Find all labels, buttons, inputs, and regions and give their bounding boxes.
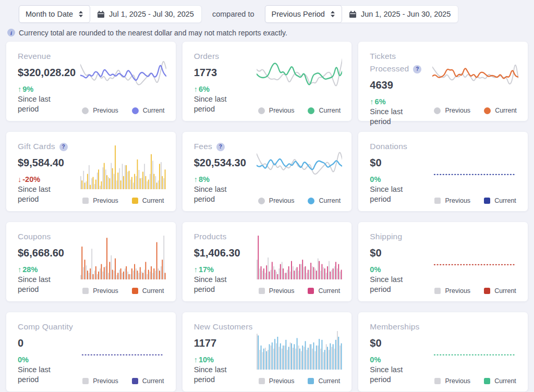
new-customers-sparkline-chart — [257, 324, 343, 370]
card-note: Since last period — [18, 275, 66, 294]
legend-current-swatch — [484, 107, 491, 114]
metric-card-memberships: Memberships$00%Since last periodPrevious… — [358, 312, 528, 391]
help-icon[interactable]: ? — [59, 143, 68, 151]
card-value: $320,028.20 — [18, 67, 80, 79]
legend-current-swatch — [132, 378, 138, 384]
range-dates-value: Jul 1, 2025 - Jul 30, 2025 — [109, 10, 194, 18]
legend-current-label: Current — [494, 377, 516, 385]
legend-previous-swatch — [82, 288, 89, 294]
card-value: 1773 — [194, 67, 257, 79]
card-title: Fees? — [194, 140, 257, 153]
metric-card-comp-quantity: Comp Quantity00%Since last periodPreviou… — [6, 312, 176, 391]
card-note: Since last period — [370, 107, 418, 126]
legend-current-swatch — [484, 288, 490, 294]
date-range-toolbar: Month to Date Jul 1, 2025 - Jul 30, 2025… — [0, 0, 534, 24]
updown-arrows-icon — [330, 10, 335, 18]
metric-card-tickets-processed: Tickets Processed?4639↑6%Since last peri… — [358, 42, 528, 121]
legend-current-swatch — [132, 288, 138, 294]
compared-to-label: compared to — [209, 10, 258, 18]
orders-sparkline-chart — [257, 53, 343, 99]
metrics-grid: Revenue$320,028.20↑9%Since last periodPr… — [0, 38, 534, 391]
legend-previous-swatch — [434, 107, 441, 114]
legend-current-label: Current — [319, 197, 341, 204]
help-icon[interactable]: ? — [413, 65, 421, 74]
metric-card-products: Products$1,406.30↑17%Since last periodPr… — [183, 222, 352, 301]
card-title: Gift Cards? — [18, 140, 80, 153]
legend-previous-label: Previous — [445, 287, 470, 295]
legend-current-label: Current — [142, 197, 164, 204]
card-title: Comp Quantity — [18, 321, 80, 333]
memberships-sparkline-chart — [432, 324, 518, 370]
revenue-sparkline-chart — [80, 53, 166, 99]
compare-range-group: Previous Period Jun 1, 2025 - Jun 30, 20… — [265, 5, 459, 23]
chart-legend: PreviousCurrent — [432, 287, 518, 295]
card-change: ↑8% — [194, 175, 257, 183]
trend-up-icon: ↑ — [194, 175, 198, 183]
card-note: Since last period — [370, 365, 418, 384]
legend-current-swatch — [132, 198, 138, 204]
card-title: Tickets Processed? — [370, 50, 432, 75]
legend-previous-swatch — [259, 378, 265, 384]
compare-preset-value: Previous Period — [272, 10, 325, 18]
trend-up-icon: ↑ — [370, 97, 373, 106]
legend-current-label: Current — [319, 107, 341, 114]
legend-current-swatch — [308, 198, 314, 204]
metric-card-fees: Fees?$20,534.30↑8%Since last periodPrevi… — [183, 132, 352, 211]
card-value: $0 — [370, 157, 432, 169]
fees-sparkline-chart — [257, 143, 343, 189]
coupons-sparkline-chart — [80, 234, 166, 279]
calendar-icon — [97, 10, 105, 18]
calendar-icon — [349, 10, 357, 18]
card-title: Donations — [370, 140, 432, 153]
card-value: $20,534.30 — [194, 157, 257, 169]
legend-current-label: Current — [318, 377, 340, 385]
card-title: Memberships — [370, 321, 432, 333]
card-title: Coupons — [18, 230, 80, 243]
range-datepicker[interactable]: Jul 1, 2025 - Jul 30, 2025 — [90, 6, 201, 22]
metric-card-coupons: Coupons$6,668.60↑28%Since last periodPre… — [6, 222, 176, 301]
legend-current-swatch — [484, 198, 490, 204]
range-preset-select[interactable]: Month to Date — [19, 5, 90, 23]
card-change: 0% — [370, 356, 432, 364]
legend-previous-label: Previous — [269, 377, 295, 385]
card-note: Since last period — [194, 94, 242, 114]
chart-legend: PreviousCurrent — [80, 287, 166, 295]
legend-current-swatch — [132, 107, 139, 114]
legend-previous-label: Previous — [93, 377, 118, 385]
legend-previous-swatch — [258, 198, 265, 204]
legend-previous-label: Previous — [445, 107, 470, 114]
help-icon[interactable]: ? — [216, 143, 225, 151]
trend-up-icon: ↑ — [194, 265, 198, 274]
donations-sparkline-chart — [432, 143, 518, 189]
card-value: $0 — [370, 247, 432, 259]
compare-preset-select[interactable]: Previous Period — [265, 5, 342, 23]
legend-previous-swatch — [434, 198, 441, 204]
legend-previous-label: Previous — [269, 197, 295, 204]
trend-up-icon: ↑ — [194, 356, 198, 364]
legend-current-label: Current — [143, 107, 165, 114]
compare-datepicker[interactable]: Jun 1, 2025 - Jun 30, 2025 — [342, 6, 458, 22]
currency-rounding-notice: i Currency total are rounded to the near… — [0, 24, 534, 38]
card-change: ↑28% — [18, 265, 80, 274]
chart-legend: PreviousCurrent — [257, 197, 343, 205]
card-title: New Customers — [194, 321, 257, 333]
updown-arrows-icon — [78, 10, 83, 18]
legend-current-label: Current — [495, 107, 517, 114]
legend-current-label: Current — [494, 197, 516, 204]
legend-current-label: Current — [494, 287, 516, 295]
legend-current-label: Current — [318, 287, 340, 295]
comp-quantity-sparkline-chart — [80, 324, 166, 370]
card-value: 4639 — [370, 79, 432, 91]
products-sparkline-chart — [257, 234, 343, 279]
card-change: ↓-20% — [18, 175, 80, 183]
metric-card-revenue: Revenue$320,028.20↑9%Since last periodPr… — [6, 42, 176, 121]
legend-current-swatch — [308, 107, 314, 114]
legend-previous-label: Previous — [93, 107, 118, 114]
legend-current-swatch — [308, 288, 314, 294]
metric-card-new-customers: New Customers1177↑10%Since last periodPr… — [183, 312, 352, 391]
card-change: 0% — [370, 265, 432, 274]
legend-previous-swatch — [434, 288, 441, 294]
legend-previous-swatch — [434, 378, 441, 384]
card-value: $9,584.40 — [18, 157, 80, 169]
card-value: 0 — [18, 337, 80, 349]
